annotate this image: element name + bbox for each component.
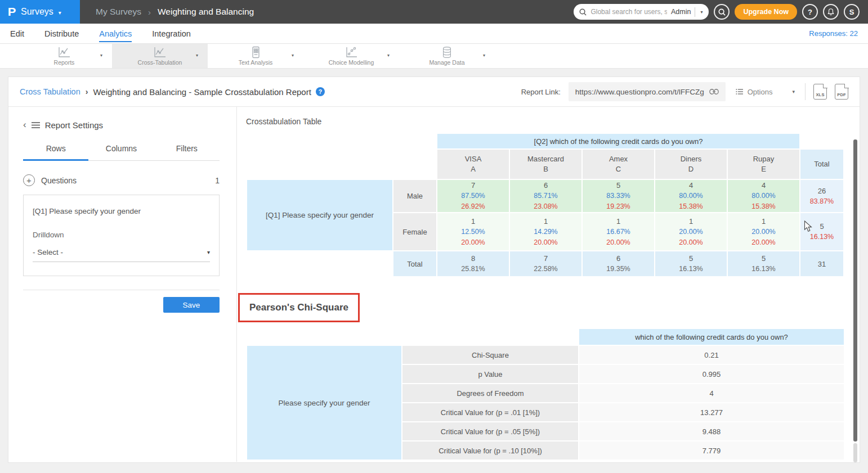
cell-male-total: 26 83.87% bbox=[800, 180, 843, 212]
breadcrumb: My Surveys › Weighting and Balancing bbox=[80, 0, 254, 24]
search-icon bbox=[579, 8, 587, 16]
database-icon bbox=[440, 46, 454, 58]
analytics-toolbar: Reports ▾ Cross-Tabulation ▾ Text Analys… bbox=[0, 44, 868, 69]
tab-analytics[interactable]: Analytics bbox=[99, 25, 132, 42]
cell-col-pct: 80.00% bbox=[655, 191, 727, 201]
cell-total-visa: 8 25.81% bbox=[437, 251, 509, 276]
tab-integration[interactable]: Integration bbox=[152, 25, 191, 42]
search-input[interactable] bbox=[590, 8, 667, 16]
chi-value: 0.21 bbox=[579, 346, 844, 364]
question-text: [Q1] Please specify your gender bbox=[33, 207, 210, 215]
help-icon[interactable]: ? bbox=[316, 87, 325, 96]
report-settings-panel: ‹ Report Settings Rows Columns Filters +… bbox=[8, 107, 237, 462]
tab-rows[interactable]: Rows bbox=[23, 144, 88, 161]
questions-row: + Questions 1 bbox=[23, 174, 220, 186]
tab-distribute[interactable]: Distribute bbox=[44, 25, 79, 42]
chi-value: 7.779 bbox=[579, 442, 844, 460]
report-header: Cross Tabulation › Weighting and Balanci… bbox=[8, 77, 860, 107]
row-label-female: Female bbox=[393, 213, 436, 250]
chi-value: 9.488 bbox=[579, 422, 844, 440]
report-url-text[interactable]: https://www.questionpro.com/t/lFFCZg bbox=[575, 88, 704, 96]
chevron-down-icon[interactable]: ▾ bbox=[387, 53, 390, 58]
device-grid-icon bbox=[249, 46, 262, 58]
line-chart-icon bbox=[57, 46, 71, 58]
questions-count: 1 bbox=[215, 176, 220, 185]
search-scope-label[interactable]: Admin bbox=[671, 8, 691, 16]
product-switcher[interactable]: P Surveys ▾ bbox=[0, 0, 80, 24]
crosstab-main: Crosstabulation Table [Q2] which of the … bbox=[237, 107, 860, 462]
chevron-down-icon[interactable]: ▾ bbox=[483, 53, 485, 58]
cell-row-pct: 23.08% bbox=[510, 201, 581, 212]
upgrade-label: Upgrade Now bbox=[743, 8, 789, 16]
save-button[interactable]: Save bbox=[163, 297, 220, 313]
chevron-down-icon[interactable]: ▾ bbox=[196, 53, 198, 58]
chi-square-title: Pearson's Chi-Square bbox=[249, 302, 348, 313]
collapse-panel-icon[interactable]: ‹ bbox=[23, 119, 26, 130]
cell-col-pct: 85.71% bbox=[510, 191, 581, 201]
report-url[interactable]: https://www.questionpro.com/t/lFFCZg bbox=[569, 82, 726, 101]
cell-female-mastercard: 1 14.29% 20.00% bbox=[510, 213, 581, 250]
hamburger-icon[interactable] bbox=[32, 122, 40, 128]
tab-edit[interactable]: Edit bbox=[10, 25, 24, 42]
cell-count: 4 bbox=[655, 180, 727, 191]
cell-count: 5 bbox=[583, 180, 654, 191]
cell-female-amex: 1 16.67% 20.00% bbox=[583, 213, 654, 250]
chi-label: p Value bbox=[402, 365, 578, 383]
tool-text-analysis[interactable]: Text Analysis ▾ bbox=[208, 44, 303, 68]
chi-value: 13.277 bbox=[579, 403, 844, 421]
bell-icon bbox=[827, 8, 835, 16]
chi-column-header: which of the following credit cards do y… bbox=[579, 329, 844, 345]
tab-filters[interactable]: Filters bbox=[154, 144, 220, 161]
cell-female-total: 5 16.13% bbox=[800, 213, 843, 250]
global-search[interactable]: Admin ▾ bbox=[574, 4, 709, 20]
chi-label: Critical Value for (p = .05 [5%]) bbox=[402, 422, 578, 440]
help-button[interactable]: ? bbox=[802, 4, 818, 20]
cell-count: 5 bbox=[728, 253, 799, 264]
avatar[interactable]: S bbox=[844, 4, 860, 20]
cell-count: 5 bbox=[655, 253, 727, 264]
chevron-down-icon[interactable]: ▾ bbox=[699, 10, 704, 15]
export-xls-button[interactable]: XLS bbox=[813, 84, 827, 100]
scatter-chart-icon bbox=[344, 46, 358, 58]
add-question-button[interactable]: + bbox=[23, 174, 35, 186]
responses-count[interactable]: Responses: 22 bbox=[809, 29, 858, 38]
chevron-down-icon[interactable]: ▾ bbox=[292, 53, 294, 58]
cell-count: 6 bbox=[583, 253, 654, 264]
export-pdf-button[interactable]: PDF bbox=[835, 84, 848, 100]
cell-total-rupay: 5 16.13% bbox=[728, 251, 799, 276]
column-question-header: [Q2] which of the following credit cards… bbox=[437, 134, 799, 148]
cross-tabulation-link[interactable]: Cross Tabulation bbox=[20, 87, 80, 96]
vertical-scrollbar-track[interactable] bbox=[853, 443, 857, 462]
breadcrumb-separator: › bbox=[86, 87, 88, 96]
cell-grand-total: 31 bbox=[800, 251, 843, 276]
cell-col-pct: 12.50% bbox=[437, 227, 509, 237]
breadcrumb-my-surveys[interactable]: My Surveys bbox=[96, 7, 141, 17]
cell-count: 26 bbox=[800, 186, 843, 196]
drilldown-select[interactable]: - Select - ▾ bbox=[33, 248, 210, 262]
column-name: Mastercard bbox=[510, 154, 581, 164]
cell-row-pct: 20.00% bbox=[510, 237, 581, 248]
cell-row-pct: 20.00% bbox=[655, 237, 727, 248]
cell-col-pct: 83.33% bbox=[583, 191, 654, 201]
tab-columns[interactable]: Columns bbox=[88, 144, 154, 161]
options-button[interactable]: Options ▾ bbox=[733, 88, 797, 96]
tool-reports[interactable]: Reports ▾ bbox=[16, 44, 112, 68]
chevron-down-icon[interactable]: ▾ bbox=[100, 53, 102, 58]
question-item[interactable]: [Q1] Please specify your gender Drilldow… bbox=[23, 195, 220, 276]
cell-total-mastercard: 7 22.58% bbox=[510, 251, 581, 276]
upgrade-now-button[interactable]: Upgrade Now bbox=[735, 4, 797, 20]
vertical-scrollbar-thumb[interactable] bbox=[853, 139, 857, 442]
cell-row-pct: 19.23% bbox=[583, 201, 654, 212]
tool-choice-modelling[interactable]: Choice Modelling ▾ bbox=[303, 44, 399, 68]
link-icon bbox=[709, 88, 719, 95]
search-button[interactable] bbox=[714, 4, 730, 20]
tool-manage-data[interactable]: Manage Data ▾ bbox=[399, 44, 495, 68]
cell-total-amex: 6 19.35% bbox=[583, 251, 654, 276]
tool-cross-tabulation[interactable]: Cross-Tabulation ▾ bbox=[112, 44, 208, 68]
avatar-initial: S bbox=[849, 8, 854, 16]
chi-label: Critical Value for (p = .01 [1%]) bbox=[402, 403, 578, 421]
cell-male-amex: 5 83.33% 19.23% bbox=[583, 180, 654, 212]
notifications-button[interactable] bbox=[823, 4, 839, 20]
column-code: A bbox=[437, 164, 509, 174]
cell-row-pct: 20.00% bbox=[583, 237, 654, 248]
